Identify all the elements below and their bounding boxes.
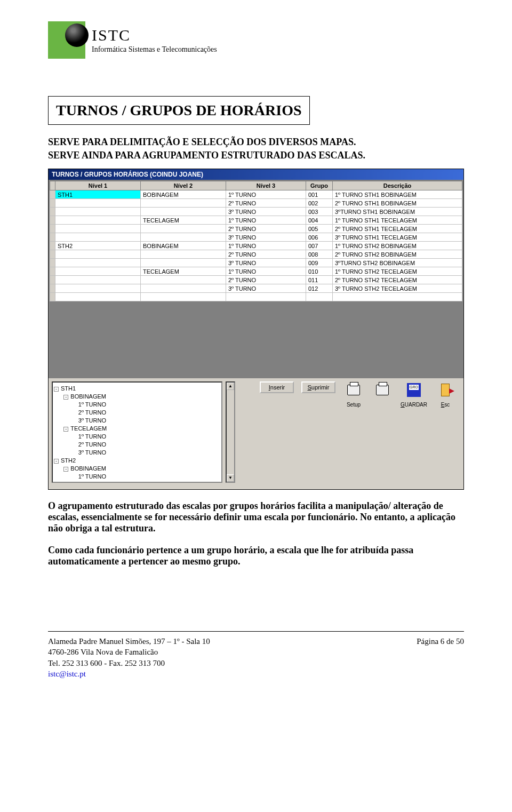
- table-row[interactable]: 3º TURNO0123º TURNO STH2 TECELAGEM: [50, 284, 462, 293]
- setup-label: Setup: [347, 402, 361, 408]
- col-grupo[interactable]: Grupo: [306, 181, 333, 190]
- tree-node[interactable]: 3º TURNO: [54, 417, 220, 425]
- logo-acronym: ISTC: [92, 26, 217, 44]
- logo-icon: [48, 21, 85, 59]
- tree-node[interactable]: 1º TURNO: [54, 473, 220, 481]
- footer-addr2: 4760-286 Vila Nova de Famalicão: [48, 647, 210, 657]
- table-row[interactable]: STH1BOBINAGEM1º TURNO0011º TURNO STH1 BO…: [50, 190, 462, 199]
- table-row[interactable]: 2º TURNO0022º TURNO STH1 BOBINAGEM: [50, 199, 462, 208]
- letterhead: ISTC Informática Sistemas e Telecomunica…: [48, 21, 464, 59]
- footer-email: istc@istc.pt: [48, 668, 210, 679]
- footer-addr1: Alameda Padre Manuel Simões, 197 – 1º - …: [48, 636, 210, 647]
- tree-node[interactable]: 2º TURNO: [54, 481, 220, 483]
- body-para-1: O agrupamento estruturado das escalas po…: [48, 500, 464, 534]
- tree-node[interactable]: -STH2: [54, 457, 220, 465]
- lead-line-1: SERVE PARA DELIMITAÇÃO E SELECÇÃO DOS DI…: [48, 137, 464, 148]
- col-nivel1[interactable]: Nível 1: [55, 181, 141, 190]
- table-row[interactable]: STH2BOBINAGEM1º TURNO0071º TURNO STH2 BO…: [50, 242, 462, 250]
- table-row[interactable]: TECELAGEM1º TURNO0101º TURNO STH2 TECELA…: [50, 267, 462, 276]
- page-footer: Alameda Padre Manuel Simões, 197 – 1º - …: [48, 636, 464, 679]
- table-row[interactable]: 2º TURNO0082º TURNO STH2 BOBINAGEM: [50, 250, 462, 259]
- tree-node[interactable]: -STH1: [54, 385, 220, 393]
- exit-icon[interactable]: [435, 381, 456, 399]
- printer-icon[interactable]: [372, 381, 393, 399]
- insert-button[interactable]: Inserir: [260, 381, 294, 393]
- tree-node[interactable]: 3º TURNO: [54, 449, 220, 457]
- delete-button[interactable]: Suprimir: [301, 381, 335, 393]
- logo-fullname: Informática Sistemas e Telecomunicações: [92, 45, 217, 54]
- grid-gutter-header: [50, 181, 55, 190]
- grid-empty-space: [50, 301, 462, 376]
- col-nivel3[interactable]: Nível 3: [226, 181, 306, 190]
- footer-tel: Tel. 252 313 600 - Fax. 252 313 700: [48, 658, 210, 668]
- scroll-up-icon[interactable]: ▲: [227, 383, 234, 390]
- scroll-down-icon[interactable]: ▼: [227, 474, 234, 482]
- window-title: TURNOS / GRUPOS HORÁRIOS (COINDU JOANE): [49, 169, 463, 180]
- save-icon[interactable]: [403, 381, 425, 399]
- page-title: TURNOS / GRUPOS DE HORÁRIOS: [48, 96, 310, 125]
- tree-node[interactable]: -BOBINAGEM: [54, 465, 220, 473]
- tree-node[interactable]: 2º TURNO: [54, 441, 220, 449]
- save-label: GUARDAR: [401, 402, 427, 408]
- tree-scrollbar[interactable]: ▲ ▼: [226, 381, 235, 483]
- lead-line-2: SERVE AINDA PARA AGRUPAMENTO ESTRUTURADO…: [48, 150, 464, 161]
- print-label: [382, 402, 383, 408]
- footer-rule: [48, 631, 464, 632]
- col-descricao[interactable]: Descrição: [333, 181, 462, 190]
- esc-label: Esc: [441, 402, 450, 408]
- table-row[interactable]: 3º TURNO0063º TURNO STH1 TECELAGEM: [50, 233, 462, 242]
- tree-node[interactable]: -BOBINAGEM: [54, 393, 220, 401]
- printer-setup-icon[interactable]: [343, 381, 364, 399]
- table-row[interactable]: TECELAGEM1º TURNO0041º TURNO STH1 TECELA…: [50, 216, 462, 225]
- table-row[interactable]: 3º TURNO0093ºTURNO STH2 BOBINAGEM: [50, 259, 462, 267]
- app-window: TURNOS / GRUPOS HORÁRIOS (COINDU JOANE) …: [48, 169, 464, 490]
- tree-node[interactable]: 1º TURNO: [54, 401, 220, 409]
- tree-node[interactable]: -TECELAGEM: [54, 425, 220, 433]
- tree-node[interactable]: 2º TURNO: [54, 409, 220, 417]
- table-row[interactable]: 2º TURNO0112º TURNO STH2 TECELAGEM: [50, 276, 462, 284]
- tree-node[interactable]: 1º TURNO: [54, 433, 220, 441]
- body-para-2: Como cada funcionário pertence a um grup…: [48, 545, 464, 567]
- data-grid[interactable]: Nível 1 Nível 2 Nível 3 Grupo Descrição …: [50, 181, 462, 301]
- tree-view[interactable]: -STH1 -BOBINAGEM 1º TURNO 2º TURNO 3º TU…: [52, 381, 222, 483]
- col-nivel2[interactable]: Nível 2: [141, 181, 226, 190]
- table-row[interactable]: 2º TURNO0052º TURNO STH1 TECELAGEM: [50, 225, 462, 233]
- footer-page: Página 6 de 50: [417, 636, 464, 679]
- table-row[interactable]: 3º TURNO0033ºTURNO STH1 BOBINAGEM: [50, 208, 462, 216]
- table-row[interactable]: [50, 293, 462, 301]
